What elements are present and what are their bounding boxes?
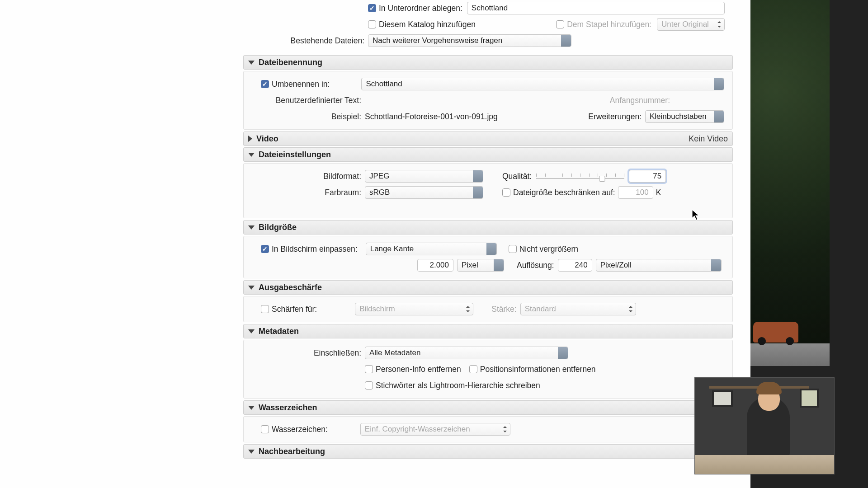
- section-watermark-header[interactable]: Wasserzeichen: [243, 400, 733, 415]
- section-file-header[interactable]: Dateieinstellungen: [243, 147, 733, 162]
- subfolder-label: In Unterordner ablegen:: [379, 4, 462, 13]
- sharpen-checkbox[interactable]: Schärfen für:: [261, 305, 317, 314]
- colorspace-select[interactable]: sRGB: [365, 186, 483, 199]
- format-select[interactable]: JPEG: [365, 170, 483, 183]
- subfolder-input[interactable]: Schottland: [467, 2, 725, 14]
- disclosure-triangle-icon: [248, 329, 255, 333]
- example-label: Beispiel:: [247, 112, 365, 122]
- disclosure-triangle-icon: [248, 225, 255, 230]
- quality-label: Qualität:: [502, 172, 532, 181]
- limit-size-input: 100: [618, 186, 653, 199]
- section-size-header[interactable]: Bildgröße: [243, 220, 733, 235]
- existing-files-select[interactable]: Nach weiterer Vorgehensweise fragen: [368, 34, 571, 47]
- subfolder-checkbox[interactable]: In Unterordner ablegen:: [368, 4, 462, 13]
- dimension-input[interactable]: 2.000: [417, 259, 453, 272]
- watermark-checkbox[interactable]: Wasserzeichen:: [261, 425, 328, 434]
- keywords-hierarchy-checkbox[interactable]: Stichwörter als Lightroom-Hierarchie sch…: [365, 381, 540, 390]
- section-video-header[interactable]: VideoKein Video: [243, 131, 733, 146]
- disclosure-triangle-icon: [248, 136, 252, 142]
- add-stack-checkbox: Dem Stapel hinzufügen:: [556, 20, 651, 29]
- limit-size-unit: K: [656, 188, 661, 197]
- stack-position-select: Unter Original: [657, 18, 725, 31]
- section-naming-header[interactable]: Dateibenennung: [243, 55, 733, 70]
- sharpen-amount-label: Stärke:: [491, 305, 516, 314]
- resolution-input[interactable]: 240: [558, 259, 592, 272]
- example-value: Schottland-Fotoreise-001-von-091.jpg: [365, 112, 498, 122]
- extensions-select[interactable]: Kleinbuchstaben: [645, 110, 724, 123]
- section-metadata-header[interactable]: Metadaten: [243, 324, 733, 338]
- quality-input[interactable]: 75: [629, 170, 666, 183]
- webcam-overlay: [694, 377, 835, 474]
- colorspace-label: Farbraum:: [247, 188, 365, 197]
- disclosure-triangle-icon: [248, 406, 255, 410]
- resolution-label: Auflösung:: [517, 261, 554, 270]
- fit-select[interactable]: Lange Kante: [366, 243, 497, 255]
- include-label: Einschließen:: [247, 348, 365, 358]
- sharpen-amount-select: Standard: [520, 303, 636, 315]
- watermark-select: Einf. Copyright-Wasserzeichen: [360, 423, 510, 436]
- disclosure-triangle-icon: [248, 286, 255, 290]
- sharpen-for-select: Bildschirm: [355, 303, 473, 315]
- disclosure-triangle-icon: [248, 153, 255, 157]
- format-label: Bildformat:: [247, 172, 365, 181]
- extensions-label: Erweiterungen:: [588, 112, 642, 122]
- no-enlarge-checkbox[interactable]: Nicht vergrößern: [509, 244, 578, 254]
- limit-size-checkbox[interactable]: Dateigröße beschränken auf:: [502, 188, 615, 197]
- disclosure-triangle-icon: [248, 450, 255, 454]
- fit-checkbox[interactable]: In Bildschirm einpassen:: [261, 244, 358, 254]
- existing-files-label: Bestehende Dateien:: [247, 36, 368, 46]
- export-dialog-panel: In Unterordner ablegen: Schottland Diese…: [243, 0, 733, 460]
- background-photo: [750, 0, 830, 366]
- resolution-unit-select[interactable]: Pixel/Zoll: [596, 259, 722, 272]
- video-status: Kein Video: [689, 134, 728, 144]
- remove-person-checkbox[interactable]: Personen-Info entfernen: [365, 365, 461, 374]
- add-catalog-checkbox[interactable]: Diesem Katalog hinzufügen: [368, 20, 476, 29]
- rename-checkbox[interactable]: Umbenennen in:: [261, 80, 330, 89]
- include-select[interactable]: Alle Metadaten: [365, 347, 568, 359]
- remove-position-checkbox[interactable]: Positionsinformationen entfernen: [469, 365, 596, 374]
- section-sharpen-header[interactable]: Ausgabeschärfe: [243, 280, 733, 295]
- rename-preset-select[interactable]: Schottland: [361, 78, 724, 90]
- dimension-unit-select[interactable]: Pixel: [457, 259, 504, 272]
- disclosure-triangle-icon: [248, 61, 255, 65]
- section-post-header[interactable]: Nachbearbeitung: [243, 444, 733, 459]
- quality-slider[interactable]: [536, 172, 624, 181]
